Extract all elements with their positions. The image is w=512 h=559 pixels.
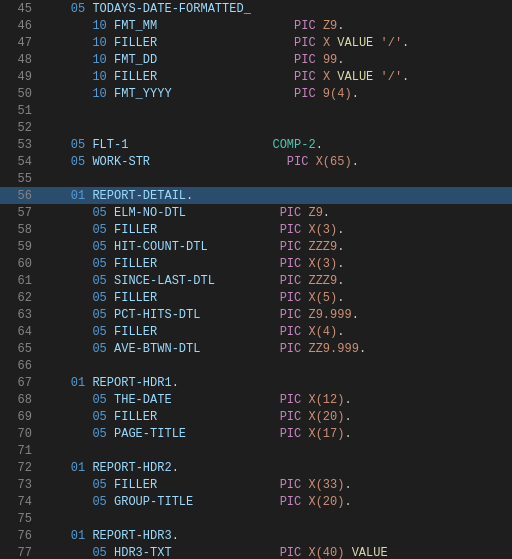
- code-line: 57 05 ELM-NO-DTL PIC Z9.: [0, 204, 512, 221]
- code-token: PIC: [215, 274, 309, 288]
- code-token: .: [344, 478, 351, 492]
- code-token: FILLER: [114, 36, 157, 50]
- line-number: 51: [2, 104, 32, 118]
- code-token: .: [186, 189, 193, 203]
- line-number: 69: [2, 410, 32, 424]
- line-number: 53: [2, 138, 32, 152]
- line-number: 77: [2, 546, 32, 560]
- code-line: 60 05 FILLER PIC X(3).: [0, 255, 512, 272]
- code-token: ELM-NO-DTL: [114, 206, 186, 220]
- code-token: .: [172, 376, 179, 390]
- code-line: 45 05 TODAYS-DATE-FORMATTED_: [0, 0, 512, 17]
- line-content: 05 FILLER PIC X(5).: [42, 291, 512, 305]
- code-token: 05: [42, 206, 114, 220]
- line-content: 10 FMT_YYYY PIC 9(4).: [42, 87, 512, 101]
- line-number: 66: [2, 359, 32, 373]
- code-token: 05: [42, 325, 114, 339]
- code-line: 46 10 FMT_MM PIC Z9.: [0, 17, 512, 34]
- code-token: 01: [42, 189, 92, 203]
- line-number: 45: [2, 2, 32, 16]
- code-token: FILLER: [114, 478, 157, 492]
- code-line: 56 01 REPORT-DETAIL.: [0, 187, 512, 204]
- line-content: 01 REPORT-HDR1.: [42, 376, 512, 390]
- code-token: .: [172, 461, 179, 475]
- line-content: 05 FILLER PIC X(3).: [42, 223, 512, 237]
- line-content: 10 FILLER PIC X VALUE '/'.: [42, 70, 512, 84]
- code-token: THE-DATE: [114, 393, 172, 407]
- line-content: 05 FILLER PIC X(4).: [42, 325, 512, 339]
- code-token: Z9.999: [308, 308, 351, 322]
- code-token: PIC: [157, 478, 308, 492]
- line-number: 62: [2, 291, 32, 305]
- code-token: 05: [42, 274, 114, 288]
- line-number: 64: [2, 325, 32, 339]
- code-token: WORK-STR: [92, 155, 150, 169]
- line-content: 05 FILLER PIC X(3).: [42, 257, 512, 271]
- code-token: [128, 138, 272, 152]
- code-token: X: [323, 70, 337, 84]
- line-number: 65: [2, 342, 32, 356]
- code-token: ZZZ9: [308, 240, 337, 254]
- code-editor: 45 05 TODAYS-DATE-FORMATTED_46 10 FMT_MM…: [0, 0, 512, 559]
- line-number: 57: [2, 206, 32, 220]
- code-token: PIC: [157, 257, 308, 271]
- code-token: 05: [42, 257, 114, 271]
- code-line: 51: [0, 102, 512, 119]
- code-token: .: [337, 325, 344, 339]
- code-line: 70 05 PAGE-TITLE PIC X(17).: [0, 425, 512, 442]
- code-token: PIC: [172, 393, 309, 407]
- line-content: 05 TODAYS-DATE-FORMATTED_: [42, 2, 512, 16]
- code-token: 10: [42, 87, 114, 101]
- code-token: PIC: [208, 240, 309, 254]
- code-token: PIC: [157, 410, 308, 424]
- code-token: 99: [323, 53, 337, 67]
- line-number: 71: [2, 444, 32, 458]
- code-token: FILLER: [114, 70, 157, 84]
- line-number: 74: [2, 495, 32, 509]
- code-token: .: [337, 257, 344, 271]
- code-token: 05: [42, 393, 114, 407]
- code-token: .: [323, 206, 330, 220]
- code-token: FLT-1: [92, 138, 128, 152]
- code-token: GROUP-TITLE: [114, 495, 193, 509]
- line-number: 75: [2, 512, 32, 526]
- code-token: 05: [42, 410, 114, 424]
- code-token: .: [402, 36, 409, 50]
- line-content: 01 REPORT-DETAIL.: [42, 189, 512, 203]
- code-token: .: [344, 410, 351, 424]
- line-number: 52: [2, 121, 32, 135]
- line-content: 05 HIT-COUNT-DTL PIC ZZZ9.: [42, 240, 512, 254]
- code-token: FILLER: [114, 291, 157, 305]
- code-token: .: [337, 223, 344, 237]
- code-token: REPORT-HDR2: [92, 461, 171, 475]
- line-content: 05 HDR3-TXT PIC X(40) VALUE: [42, 546, 512, 560]
- code-line: 63 05 PCT-HITS-DTL PIC Z9.999.: [0, 306, 512, 323]
- code-token: X(5): [308, 291, 337, 305]
- code-line: 53 05 FLT-1 COMP-2.: [0, 136, 512, 153]
- code-token: PIC: [157, 53, 323, 67]
- code-token: 05: [42, 478, 114, 492]
- code-token: Z9: [308, 206, 322, 220]
- line-content: 05 THE-DATE PIC X(12).: [42, 393, 512, 407]
- code-token: ZZZ9: [308, 274, 337, 288]
- code-token: FMT_DD: [114, 53, 157, 67]
- code-token: _: [244, 2, 251, 16]
- line-content: 05 ELM-NO-DTL PIC Z9.: [42, 206, 512, 220]
- code-token: PIC: [172, 87, 323, 101]
- code-token: X(65): [316, 155, 352, 169]
- code-line: 69 05 FILLER PIC X(20).: [0, 408, 512, 425]
- line-number: 48: [2, 53, 32, 67]
- code-token: '/': [381, 70, 403, 84]
- line-number: 63: [2, 308, 32, 322]
- code-token: HIT-COUNT-DTL: [114, 240, 208, 254]
- line-number: 60: [2, 257, 32, 271]
- code-line: 49 10 FILLER PIC X VALUE '/'.: [0, 68, 512, 85]
- code-token: FILLER: [114, 325, 157, 339]
- line-content: 10 FMT_MM PIC Z9.: [42, 19, 512, 33]
- code-token: REPORT-HDR3: [92, 529, 171, 543]
- line-number: 55: [2, 172, 32, 186]
- code-token: X(40): [308, 546, 351, 560]
- code-token: 05: [42, 495, 114, 509]
- code-token: COMP-2: [272, 138, 315, 152]
- line-number: 61: [2, 274, 32, 288]
